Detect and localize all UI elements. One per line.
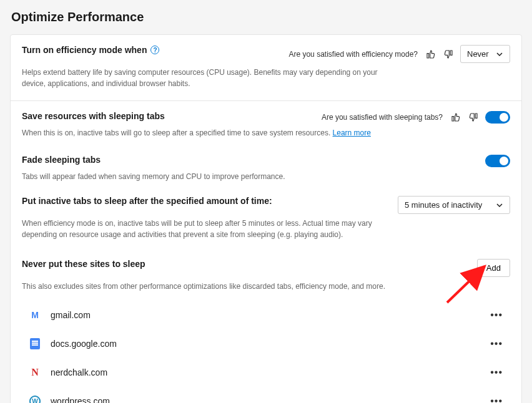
site-row: N nerdchalk.com ••• — [22, 358, 510, 387]
docs-favicon-icon — [29, 338, 41, 349]
gmail-favicon-icon: M — [29, 309, 41, 321]
inactive-select-value: 5 minutes of inactivity — [405, 200, 482, 210]
site-row: docs.google.com ••• — [22, 329, 510, 358]
efficiency-desc: Helps extend battery life by saving comp… — [22, 67, 397, 89]
more-options-icon[interactable]: ••• — [485, 393, 508, 403]
site-name: nerdchalk.com — [51, 367, 107, 377]
sleeping-feedback-label: Are you satisfied with sleeping tabs? — [322, 113, 443, 122]
section-efficiency-mode: Turn on efficiency mode when ? Are you s… — [11, 35, 521, 101]
subsection-fade-tabs: Fade sleeping tabs Tabs will appear fade… — [22, 138, 510, 182]
site-name: wordpress.com — [51, 396, 110, 403]
sleeping-desc-text: When this is on, inactive tabs will go t… — [22, 129, 333, 137]
never-desc: This also excludes sites from other perf… — [22, 281, 397, 292]
chevron-down-icon — [496, 202, 503, 209]
subsection-never-sleep: Never put these sites to sleep Add This … — [22, 240, 510, 403]
efficiency-select-value: Never — [467, 49, 489, 59]
sleeping-desc: When this is on, inactive tabs will go t… — [22, 127, 397, 138]
site-name: gmail.com — [51, 310, 91, 320]
wordpress-favicon-icon: W — [29, 396, 41, 403]
fade-desc: Tabs will appear faded when saving memor… — [22, 171, 397, 182]
thumbs-down-icon[interactable] — [468, 112, 479, 123]
inactive-desc: When efficiency mode is on, inactive tab… — [22, 218, 397, 240]
more-options-icon[interactable]: ••• — [485, 307, 508, 323]
sleeping-tabs-toggle[interactable] — [485, 111, 510, 124]
fade-title: Fade sleeping tabs — [22, 155, 101, 165]
chevron-down-icon — [496, 51, 503, 58]
more-options-icon[interactable]: ••• — [485, 336, 508, 352]
never-sleep-site-list: M gmail.com ••• docs.google.com ••• N n — [22, 301, 510, 403]
page-title: Optimize Performance — [11, 10, 522, 24]
thumbs-up-icon[interactable] — [425, 49, 436, 60]
thumbs-down-icon[interactable] — [443, 49, 454, 60]
inactive-title: Put inactive tabs to sleep after the spe… — [22, 196, 272, 206]
info-icon[interactable]: ? — [150, 46, 159, 54]
learn-more-link[interactable]: Learn more — [333, 129, 371, 137]
more-options-icon[interactable]: ••• — [485, 364, 508, 381]
inactive-timer-select[interactable]: 5 minutes of inactivity — [398, 196, 510, 214]
efficiency-mode-select[interactable]: Never — [460, 45, 510, 63]
never-title: Never put these sites to sleep — [22, 259, 145, 269]
performance-card: Turn on efficiency mode when ? Are you s… — [10, 34, 522, 403]
thumbs-up-icon[interactable] — [450, 112, 461, 123]
section-sleeping-tabs: Save resources with sleeping tabs Are yo… — [11, 101, 521, 403]
site-name: docs.google.com — [51, 339, 117, 349]
site-row: M gmail.com ••• — [22, 301, 510, 329]
efficiency-title: Turn on efficiency mode when — [22, 45, 147, 55]
site-row: W wordpress.com ••• — [22, 387, 510, 403]
fade-tabs-toggle[interactable] — [485, 155, 510, 167]
efficiency-feedback-label: Are you satisfied with efficiency mode? — [288, 50, 418, 59]
add-site-button[interactable]: Add — [477, 259, 510, 277]
sleeping-title: Save resources with sleeping tabs — [22, 111, 165, 121]
subsection-inactive-timer: Put inactive tabs to sleep after the spe… — [22, 182, 510, 240]
nerdchalk-favicon-icon: N — [29, 367, 41, 378]
